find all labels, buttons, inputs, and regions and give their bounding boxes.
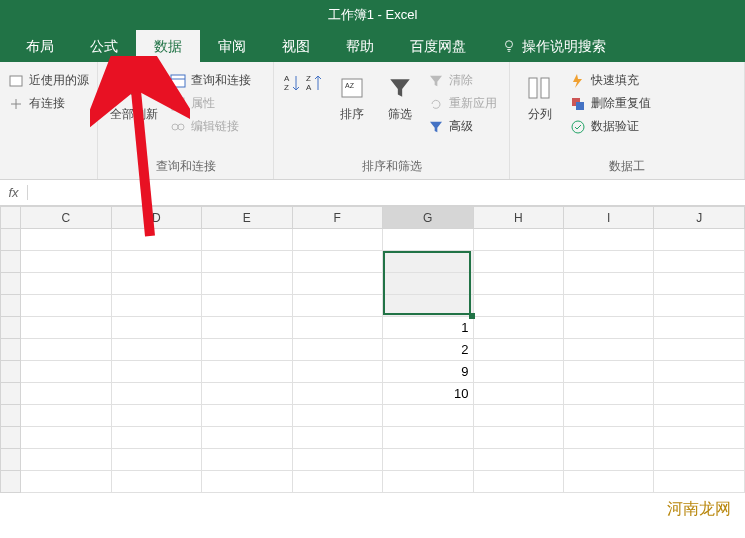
cell-C3[interactable] — [21, 273, 111, 295]
tab-formula[interactable]: 公式 — [72, 30, 136, 62]
cell-F3[interactable] — [292, 273, 382, 295]
row-header[interactable] — [1, 317, 21, 339]
cell-D12[interactable] — [111, 471, 201, 493]
cell-G9[interactable] — [383, 405, 473, 427]
cell-I8[interactable] — [564, 383, 654, 405]
clear-filter-button[interactable]: 清除 — [428, 72, 497, 89]
cell-D10[interactable] — [111, 427, 201, 449]
cell-D2[interactable] — [111, 251, 201, 273]
cell-D9[interactable] — [111, 405, 201, 427]
cell-C2[interactable] — [21, 251, 111, 273]
cell-I2[interactable] — [564, 251, 654, 273]
cell-E7[interactable] — [202, 361, 292, 383]
col-header-E[interactable]: E — [202, 207, 292, 229]
cell-C9[interactable] — [21, 405, 111, 427]
cell-G12[interactable] — [383, 471, 473, 493]
cell-D5[interactable] — [111, 317, 201, 339]
text-to-columns-button[interactable]: 分列 — [518, 66, 562, 129]
cell-J11[interactable] — [654, 449, 745, 471]
cell-E2[interactable] — [202, 251, 292, 273]
row-header[interactable] — [1, 449, 21, 471]
cell-E1[interactable] — [202, 229, 292, 251]
tab-view[interactable]: 视图 — [264, 30, 328, 62]
cell-E12[interactable] — [202, 471, 292, 493]
cell-E9[interactable] — [202, 405, 292, 427]
cell-D6[interactable] — [111, 339, 201, 361]
queries-connections-button[interactable]: 查询和连接 — [170, 72, 251, 89]
cell-E5[interactable] — [202, 317, 292, 339]
col-header-I[interactable]: I — [564, 207, 654, 229]
row-header[interactable] — [1, 405, 21, 427]
cell-F4[interactable] — [292, 295, 382, 317]
col-header-G[interactable]: G — [383, 207, 473, 229]
cell-I7[interactable] — [564, 361, 654, 383]
cell-G11[interactable] — [383, 449, 473, 471]
cell-J6[interactable] — [654, 339, 745, 361]
cell-C12[interactable] — [21, 471, 111, 493]
cell-D8[interactable] — [111, 383, 201, 405]
cell-C8[interactable] — [21, 383, 111, 405]
cell-I1[interactable] — [564, 229, 654, 251]
cell-G1[interactable] — [383, 229, 473, 251]
cell-E8[interactable] — [202, 383, 292, 405]
row-header[interactable] — [1, 383, 21, 405]
fx-label[interactable]: fx — [0, 185, 28, 200]
cell-H2[interactable] — [473, 251, 563, 273]
cell-G5[interactable]: 1 — [383, 317, 473, 339]
edit-links-button[interactable]: 编辑链接 — [170, 118, 251, 135]
cell-D1[interactable] — [111, 229, 201, 251]
cell-J9[interactable] — [654, 405, 745, 427]
recent-sources-button[interactable]: 近使用的源 — [8, 72, 89, 89]
cell-C6[interactable] — [21, 339, 111, 361]
fill-handle[interactable] — [469, 313, 475, 319]
tab-tellme[interactable]: 操作说明搜索 — [484, 30, 624, 62]
cell-C10[interactable] — [21, 427, 111, 449]
row-header[interactable] — [1, 361, 21, 383]
cell-F7[interactable] — [292, 361, 382, 383]
cell-C1[interactable] — [21, 229, 111, 251]
cell-E6[interactable] — [202, 339, 292, 361]
cell-H10[interactable] — [473, 427, 563, 449]
row-header[interactable] — [1, 471, 21, 493]
cell-H3[interactable] — [473, 273, 563, 295]
cell-D11[interactable] — [111, 449, 201, 471]
tab-baidu[interactable]: 百度网盘 — [392, 30, 484, 62]
existing-connections-button[interactable]: 有连接 — [8, 95, 89, 112]
cell-F2[interactable] — [292, 251, 382, 273]
cell-H11[interactable] — [473, 449, 563, 471]
cell-H1[interactable] — [473, 229, 563, 251]
cell-I9[interactable] — [564, 405, 654, 427]
cell-I4[interactable] — [564, 295, 654, 317]
cell-F6[interactable] — [292, 339, 382, 361]
cell-C7[interactable] — [21, 361, 111, 383]
tab-help[interactable]: 帮助 — [328, 30, 392, 62]
sort-button[interactable]: AZ 排序 — [332, 66, 372, 129]
cell-H5[interactable] — [473, 317, 563, 339]
cell-J8[interactable] — [654, 383, 745, 405]
cell-J2[interactable] — [654, 251, 745, 273]
sort-desc-icon[interactable]: ZA — [304, 72, 324, 98]
cell-J1[interactable] — [654, 229, 745, 251]
cell-E11[interactable] — [202, 449, 292, 471]
properties-button[interactable]: 属性 — [170, 95, 251, 112]
remove-duplicates-button[interactable]: 删除重复值 — [570, 95, 651, 112]
cell-J3[interactable] — [654, 273, 745, 295]
refresh-all-button[interactable]: 全部刷新 — [106, 66, 162, 129]
cell-G3[interactable] — [383, 273, 473, 295]
tab-review[interactable]: 审阅 — [200, 30, 264, 62]
cell-J7[interactable] — [654, 361, 745, 383]
row-header[interactable] — [1, 295, 21, 317]
cell-D4[interactable] — [111, 295, 201, 317]
cell-F8[interactable] — [292, 383, 382, 405]
col-header-H[interactable]: H — [473, 207, 563, 229]
cell-F1[interactable] — [292, 229, 382, 251]
cell-G7[interactable]: 9 — [383, 361, 473, 383]
col-header-C[interactable]: C — [21, 207, 111, 229]
filter-button[interactable]: 筛选 — [380, 66, 420, 129]
cell-E3[interactable] — [202, 273, 292, 295]
spreadsheet-grid[interactable]: CDEFGHIJ12910 — [0, 206, 745, 493]
cell-C5[interactable] — [21, 317, 111, 339]
cell-H9[interactable] — [473, 405, 563, 427]
formula-input[interactable] — [28, 180, 745, 205]
cell-G8[interactable]: 10 — [383, 383, 473, 405]
